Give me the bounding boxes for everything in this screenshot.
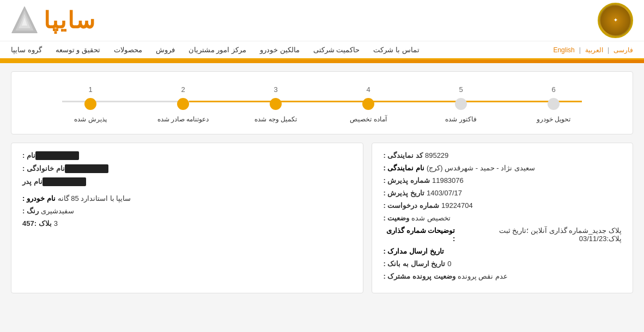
main-content: 6 تحویل خودرو 5 فاکتور شده 4 آماده تخصیص… <box>0 63 644 302</box>
info-row: 895229 کد نمایندگی : سعیدی نژاد - حمید -… <box>11 143 633 293</box>
step-4-label: آماده تخصیص <box>350 115 386 123</box>
nav-link-products[interactable]: محصولات <box>114 46 142 54</box>
color-value: سفیدشیری <box>41 207 74 215</box>
saipa-text: سایپا <box>44 7 96 34</box>
agency-name-line: سعیدی نژاد - حمید - شهرقدس (کرج) نام نما… <box>383 164 622 172</box>
reception-number-line: 11983076 شماره پذیرش : <box>383 176 622 185</box>
nav-item-customers[interactable]: مرکز امور مشتریان <box>189 46 246 54</box>
left-panel: 895229 کد نمایندگی : سعیدی نژاد - حمید -… <box>372 143 633 293</box>
lang-divider1: | <box>579 46 581 54</box>
car-name-line: سایپا با استاندارد 85 گانه نام خودرو : <box>22 194 352 202</box>
progress-section: 6 تحویل خودرو 5 فاکتور شده 4 آماده تخصیص… <box>11 71 633 134</box>
reception-date-label: تاریخ پذیرش : <box>383 189 424 197</box>
step-2-label: دعوتنامه صادر شده <box>157 115 209 123</box>
agency-name-label: نام نمایندگی : <box>383 164 424 172</box>
step-3: 3 تکمیل وجه شده <box>229 85 322 123</box>
nav-link-owners[interactable]: مالکین خودرو <box>260 46 300 54</box>
saipa-triangle-icon <box>11 5 38 35</box>
plate-desc-label: توضیحات شماره گذاری : <box>383 226 455 243</box>
step-6: 6 تحویل خودرو <box>507 85 600 123</box>
nav-item-products[interactable]: محصولات <box>114 46 142 54</box>
progress-track: 6 تحویل خودرو 5 فاکتور شده 4 آماده تخصیص… <box>33 85 611 123</box>
step-6-label: تحویل خودرو <box>537 115 570 123</box>
bank-send-date-value: 0 <box>447 260 451 268</box>
right-panel: نام : نام خانوادگی : نام پدر سایپا با اس… <box>11 143 363 293</box>
step-2-circle <box>177 98 189 110</box>
nav-bar: English | العربية | فارسی تماس با شرکت ح… <box>0 41 644 58</box>
step-3-number: 3 <box>274 85 277 94</box>
nav-item-research[interactable]: تحقیق و توسعه <box>56 46 100 54</box>
step-6-number: 6 <box>551 85 555 94</box>
father-redacted <box>42 177 86 186</box>
bank-send-date-label: تاریخ ارسال به بانک : <box>383 260 445 268</box>
step-4-number: 4 <box>366 85 370 94</box>
step-3-circle <box>270 98 282 110</box>
agency-code-label: کد نمایندگی : <box>383 151 423 159</box>
nav-link-contact[interactable]: تماس با شرکت <box>373 46 419 54</box>
file-status-line: عدم نقص پرونده وضعیت پرونده مشترک : <box>383 272 622 280</box>
name-redacted <box>35 151 79 160</box>
status-line: تخصیص شده وضعیت : <box>383 214 622 222</box>
step-1-number: 1 <box>88 85 92 94</box>
step-2-number: 2 <box>181 85 185 94</box>
step-1-circle <box>84 98 96 110</box>
step-4: 4 آماده تخصیص <box>322 85 415 123</box>
plate-label: بلاک :457 <box>22 219 52 228</box>
nav-item-owners[interactable]: مالکین خودرو <box>260 46 300 54</box>
header: ✦ سایپا English | العربية | فارسی <box>0 0 644 60</box>
main-logo: ✦ <box>598 3 633 38</box>
bank-send-date-line: 0 تاریخ ارسال به بانک : <box>383 260 622 268</box>
lang-switcher: English | العربية | فارسی <box>553 46 633 54</box>
nav-link-customers[interactable]: مرکز امور مشتریان <box>189 46 246 54</box>
family-name-label: نام خانوادگی : <box>22 164 65 173</box>
agency-name-value: سعیدی نژاد - حمید - شهرقدس (کرج) <box>427 164 535 172</box>
step-1-label: پذیرش شده <box>74 115 106 123</box>
family-name-line: نام خانوادگی : <box>22 164 352 173</box>
agency-code-value: 895229 <box>425 151 448 159</box>
nav-item-governance[interactable]: حاکمیت شرکتی <box>313 46 360 54</box>
nav-link-group[interactable]: گروه سایپا <box>11 46 42 54</box>
step-5-label: فاکتور شده <box>445 115 476 123</box>
car-name-value: سایپا با استاندارد 85 گانه <box>58 194 131 202</box>
doc-send-date-label: تاریخ ارسال مدارک : <box>383 247 443 255</box>
step-4-circle <box>362 98 374 110</box>
step-1: 1 پذیرش شده <box>44 85 137 123</box>
family-redacted <box>65 164 108 173</box>
nav-item-sales[interactable]: فروش <box>156 46 175 54</box>
color-line: سفیدشیری رنگ : <box>22 207 352 215</box>
logo-inner: ✦ <box>600 5 630 35</box>
nav-link-research[interactable]: تحقیق و توسعه <box>56 46 100 54</box>
car-name-label: نام خودرو : <box>22 194 56 202</box>
request-number-label: شماره درخواست : <box>383 201 439 210</box>
nav-links: تماس با شرکت حاکمیت شرکتی مالکین خودرو م… <box>11 46 420 54</box>
reception-number-value: 11983076 <box>432 176 464 185</box>
nav-item-group[interactable]: گروه سایپا <box>11 46 42 54</box>
request-number-line: 19224704 شماره درخواست : <box>383 201 622 210</box>
lang-farsi[interactable]: فارسی <box>613 46 633 54</box>
step-5-circle <box>455 98 467 110</box>
nav-item-contact[interactable]: تماس با شرکت <box>373 46 419 54</box>
step-3-label: تکمیل وجه شده <box>254 115 297 123</box>
lang-english[interactable]: English <box>553 46 574 54</box>
step-5-number: 5 <box>459 85 463 94</box>
reception-date-line: 1403/07/17 تاریخ پذیرش : <box>383 189 622 197</box>
color-label: رنگ : <box>22 207 39 215</box>
reception-date-value: 1403/07/17 <box>427 189 462 197</box>
father-name-line: نام پدر <box>22 177 352 186</box>
step-6-circle <box>548 98 560 110</box>
plate-desc-line: پلاک جدید_شماره گذاری آنلاین ؛تاریخ ثبت … <box>383 226 622 243</box>
nav-link-governance[interactable]: حاکمیت شرکتی <box>313 46 360 54</box>
name-line: نام : <box>22 151 352 160</box>
status-value: تخصیص شده <box>411 214 451 222</box>
file-status-value: عدم نقص پرونده <box>458 272 508 280</box>
nav-link-sales[interactable]: فروش <box>156 46 175 54</box>
lang-divider2: | <box>607 46 609 54</box>
agency-code-line: 895229 کد نمایندگی : <box>383 151 622 159</box>
logo-text: ✦ <box>613 17 618 23</box>
lang-arabic[interactable]: العربية <box>585 46 603 54</box>
logo-area: ✦ <box>598 3 633 38</box>
step-5: 5 فاکتور شده <box>415 85 507 123</box>
reception-number-label: شماره پذیرش : <box>383 176 430 185</box>
saipa-brand-text: سایپا <box>44 7 96 34</box>
status-label: وضعیت : <box>383 214 409 222</box>
